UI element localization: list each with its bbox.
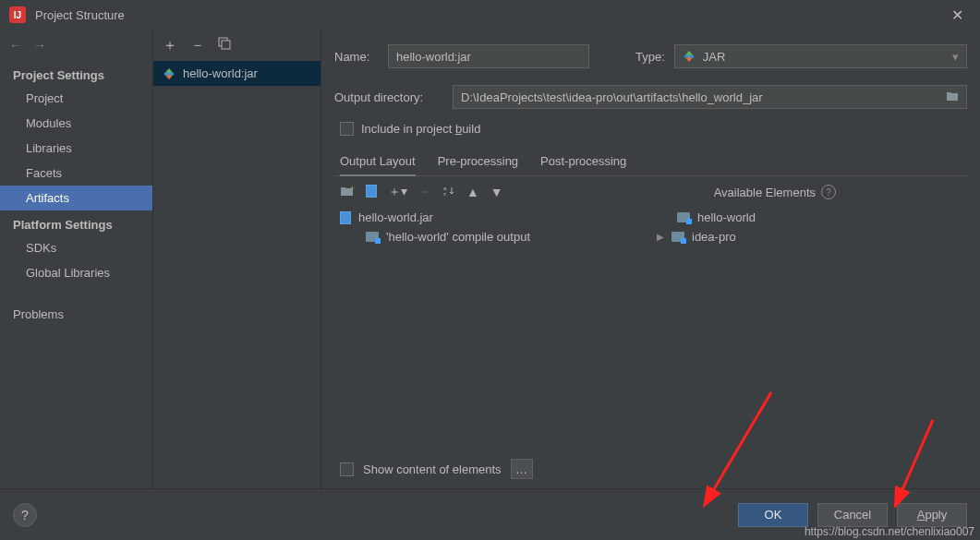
intellij-icon: IJ bbox=[9, 6, 26, 23]
show-content-options-button[interactable]: … bbox=[511, 459, 533, 479]
sidebar-item-artifacts[interactable]: Artifacts bbox=[0, 186, 152, 210]
sidebar-item-facets[interactable]: Facets bbox=[0, 161, 152, 186]
available-item-hello-world[interactable]: hello-world bbox=[657, 208, 962, 227]
help-available-icon[interactable]: ? bbox=[821, 185, 836, 199]
sidebar-item-libraries[interactable]: Libraries bbox=[0, 136, 152, 161]
name-label: Name: bbox=[334, 50, 379, 64]
artifact-detail-panel: Name: Type: JAR ▾ Output directory: D:\I… bbox=[321, 30, 980, 488]
sort-icon[interactable]: az bbox=[442, 185, 455, 200]
available-ip-label: idea-pro bbox=[692, 230, 736, 244]
tree-compile-output[interactable]: 'hello-world' compile output bbox=[340, 227, 635, 246]
apply-button[interactable]: Apply bbox=[897, 503, 967, 527]
move-down-icon[interactable]: ▼ bbox=[490, 185, 503, 199]
artifact-icon bbox=[163, 67, 175, 80]
sidebar-nav-tools: ← → bbox=[0, 30, 152, 61]
watermark: https://blog.csdn.net/chenlixiao007 bbox=[805, 525, 974, 538]
sidebar-header-platform: Platform Settings bbox=[0, 210, 152, 235]
output-layout-tree: hello-world.jar 'hello-world' compile ou… bbox=[340, 208, 635, 246]
svg-text:z: z bbox=[443, 191, 446, 197]
titlebar: IJ Project Structure ✕ bbox=[0, 0, 980, 30]
tree-jar-label: hello-world.jar bbox=[358, 210, 433, 224]
tab-output-layout[interactable]: Output Layout bbox=[340, 149, 416, 175]
project-structure-dialog: IJ Project Structure ✕ ← → Project Setti… bbox=[0, 0, 980, 540]
help-button[interactable]: ? bbox=[13, 503, 37, 527]
sidebar-item-problems[interactable]: Problems bbox=[0, 302, 152, 327]
browse-folder-icon[interactable] bbox=[946, 90, 959, 104]
add-copy-icon[interactable]: ＋▾ bbox=[388, 184, 407, 200]
available-elements-label: Available Elements bbox=[714, 186, 816, 199]
chevron-down-icon: ▾ bbox=[952, 50, 959, 64]
sidebar: ← → Project Settings Project Modules Lib… bbox=[0, 30, 153, 488]
close-icon[interactable]: ✕ bbox=[944, 3, 971, 28]
expand-icon[interactable]: ▶ bbox=[657, 232, 664, 242]
jar-type-icon bbox=[683, 50, 696, 63]
tab-pre-processing[interactable]: Pre-processing bbox=[438, 149, 518, 175]
include-build-checkbox[interactable] bbox=[340, 122, 354, 136]
type-label: Type: bbox=[635, 50, 665, 64]
module-output-icon bbox=[366, 232, 379, 242]
back-icon[interactable]: ← bbox=[9, 38, 22, 53]
remove-icon[interactable]: － bbox=[190, 36, 205, 55]
available-elements-tree: hello-world ▶ idea-pro bbox=[657, 208, 962, 246]
available-hw-label: hello-world bbox=[697, 210, 756, 224]
forward-icon[interactable]: → bbox=[33, 38, 46, 53]
cancel-button[interactable]: Cancel bbox=[817, 503, 888, 527]
jar-icon bbox=[340, 211, 351, 224]
artifact-item-label: hello-world:jar bbox=[183, 66, 258, 80]
show-content-checkbox[interactable] bbox=[340, 462, 354, 476]
output-directory-input[interactable]: D:\IdeaProjects\test\idea-pro\out\artifa… bbox=[453, 85, 967, 109]
layout-toolbar: + ＋▾ － az ▲ ▼ Available Elements ? bbox=[334, 176, 967, 208]
dialog-title: Project Structure bbox=[35, 8, 944, 22]
tab-post-processing[interactable]: Post-processing bbox=[540, 149, 626, 175]
sidebar-item-modules[interactable]: Modules bbox=[0, 111, 152, 136]
add-icon[interactable]: ＋ bbox=[163, 36, 177, 55]
sidebar-item-global-libraries[interactable]: Global Libraries bbox=[0, 260, 152, 285]
module-icon bbox=[671, 232, 684, 242]
ok-button[interactable]: OK bbox=[738, 503, 808, 527]
artifact-list-panel: ＋ － hello-world:jar bbox=[153, 30, 321, 488]
type-dropdown[interactable]: JAR ▾ bbox=[674, 44, 967, 68]
artifact-list-toolbar: ＋ － bbox=[153, 30, 321, 61]
sidebar-item-sdks[interactable]: SDKs bbox=[0, 235, 152, 260]
output-directory-value: D:\IdeaProjects\test\idea-pro\out\artifa… bbox=[461, 90, 763, 104]
artifact-tabs: Output Layout Pre-processing Post-proces… bbox=[334, 149, 967, 176]
tree-jar-root[interactable]: hello-world.jar bbox=[340, 208, 635, 227]
move-up-icon[interactable]: ▲ bbox=[466, 185, 479, 199]
svg-text:+: + bbox=[350, 185, 355, 192]
name-input[interactable] bbox=[388, 44, 589, 68]
copy-icon[interactable] bbox=[218, 37, 231, 54]
output-directory-label: Output directory: bbox=[334, 90, 443, 104]
sidebar-header-project: Project Settings bbox=[0, 61, 152, 86]
show-content-label: Show content of elements bbox=[363, 462, 502, 476]
remove-layout-icon[interactable]: － bbox=[418, 184, 431, 200]
include-build-label: Include in project build bbox=[361, 122, 480, 136]
tree-compile-label: 'hello-world' compile output bbox=[386, 230, 530, 244]
sidebar-item-project[interactable]: Project bbox=[0, 86, 152, 111]
module-icon bbox=[677, 212, 690, 222]
available-item-idea-pro[interactable]: ▶ idea-pro bbox=[657, 227, 962, 246]
add-folder-icon[interactable]: + bbox=[340, 185, 355, 200]
dialog-content: ← → Project Settings Project Modules Lib… bbox=[0, 30, 980, 488]
add-archive-icon[interactable] bbox=[366, 185, 377, 200]
type-value: JAR bbox=[703, 50, 726, 64]
artifact-item-hello-world-jar[interactable]: hello-world:jar bbox=[153, 61, 321, 86]
svg-rect-1 bbox=[222, 41, 230, 49]
